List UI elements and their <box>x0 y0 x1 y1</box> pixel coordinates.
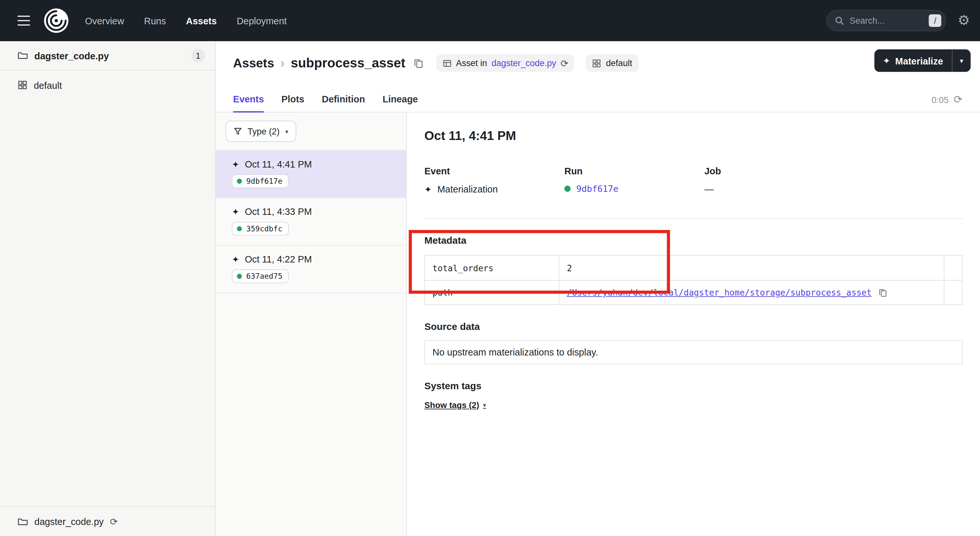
path-link[interactable]: /Users/yuhan/dev/local/dagster_home/stor… <box>567 288 872 297</box>
refresh-area: 0:05 ⟳ <box>932 94 963 105</box>
sidebar-footer-code-location[interactable]: dagster_code.py ⟳ <box>0 506 215 536</box>
materialize-dropdown-button[interactable]: ▾ <box>952 49 970 72</box>
search-input[interactable] <box>850 16 924 25</box>
top-nav: Overview Runs Assets Deployment / ⚙ <box>0 0 980 41</box>
materialize-button[interactable]: ✦ Materialize <box>874 49 952 72</box>
events-panel: Type (2) ▾ ✦ Oct 11, 4:41 PM 9dbf617e <box>215 113 407 536</box>
metadata-action-cell <box>944 256 962 280</box>
source-data-heading: Source data <box>424 321 962 332</box>
breadcrumb: Assets › subprocess_asset <box>215 52 980 74</box>
asset-in-code-location-link[interactable]: dagster_code.py <box>492 58 557 68</box>
copy-path-icon[interactable] <box>877 286 889 299</box>
metadata-value: /Users/yuhan/dev/local/dagster_home/stor… <box>559 280 944 304</box>
breadcrumb-assets[interactable]: Assets <box>233 56 274 70</box>
event-time: Oct 11, 4:22 PM <box>245 254 312 264</box>
job-label: Job <box>704 165 962 176</box>
materialization-icon: ✦ <box>232 207 239 216</box>
sidebar-footer-label: dagster_code.py <box>34 516 104 527</box>
sidebar-item-code-location[interactable]: dagster_code.py 1 <box>0 41 215 71</box>
run-id: 637aed75 <box>246 272 282 281</box>
page-title: subprocess_asset <box>291 56 405 71</box>
event-detail-panel: Oct 11, 4:41 PM Event ✦ Materialization … <box>407 113 980 536</box>
reload-code-location-icon[interactable]: ⟳ <box>110 517 118 526</box>
run-label: Run <box>564 165 704 176</box>
repo-tag-label: default <box>606 58 632 68</box>
repo-grid-icon <box>18 80 27 90</box>
tab-events[interactable]: Events <box>233 87 264 112</box>
event-item[interactable]: ✦ Oct 11, 4:22 PM 637aed75 <box>215 245 406 293</box>
metadata-key: path <box>425 280 559 304</box>
copy-asset-name-icon[interactable] <box>412 57 425 70</box>
nav-runs[interactable]: Runs <box>144 15 166 26</box>
primary-nav: Overview Runs Assets Deployment <box>85 15 287 26</box>
run-tag[interactable]: 9dbf617e <box>232 174 288 188</box>
run-id: 359cdbfc <box>246 224 282 233</box>
chevron-down-icon: ▾ <box>483 402 486 409</box>
divider <box>424 218 962 219</box>
reload-asset-icon[interactable]: ⟳ <box>561 58 568 68</box>
metadata-key: total_orders <box>425 256 559 280</box>
tab-definition[interactable]: Definition <box>322 87 365 112</box>
run-id-link[interactable]: 9dbf617e <box>576 184 618 194</box>
breadcrumb-separator-icon: › <box>280 56 285 70</box>
event-label: Event <box>424 165 564 176</box>
nav-overview[interactable]: Overview <box>85 15 124 26</box>
sidebar: dagster_code.py 1 default dagster_code.p… <box>0 41 215 536</box>
event-time: Oct 11, 4:33 PM <box>245 206 312 217</box>
system-tags-heading: System tags <box>424 380 962 392</box>
menu-icon[interactable] <box>14 12 34 30</box>
filter-area: Type (2) ▾ <box>215 113 406 150</box>
metadata-heading: Metadata <box>424 235 962 246</box>
dagster-logo[interactable] <box>44 8 69 33</box>
repo-chip[interactable]: default <box>586 54 638 72</box>
dagster-logo-icon <box>44 8 69 33</box>
asset-count-badge: 1 <box>191 49 205 62</box>
refresh-icon[interactable]: ⟳ <box>954 94 963 105</box>
metadata-value: 2 <box>559 256 944 280</box>
tab-plots[interactable]: Plots <box>281 87 304 112</box>
asset-in-label: Asset in <box>456 58 487 68</box>
table-icon <box>442 58 452 68</box>
folder-icon <box>18 51 28 60</box>
folder-icon <box>18 517 28 526</box>
source-data-empty-state: No upstream materializations to display. <box>424 340 962 364</box>
metadata-table: total_orders 2 path /Users/yuhan/dev/loc… <box>424 255 962 305</box>
sparkle-icon: ✦ <box>883 56 890 65</box>
sidebar-item-label: default <box>34 80 62 91</box>
search-shortcut-badge: / <box>929 14 942 27</box>
materialization-icon: ✦ <box>232 255 239 264</box>
asset-tabs: Events Plots Definition Lineage 0:05 ⟳ <box>215 87 980 113</box>
metadata-action-cell <box>944 280 962 304</box>
asset-header: Assets › subprocess_asset <box>215 41 980 113</box>
event-detail-heading: Oct 11, 4:41 PM <box>424 129 962 143</box>
run-id: 9dbf617e <box>246 177 282 186</box>
run-status-dot <box>237 274 242 279</box>
show-tags-link[interactable]: Show tags (2) ▾ <box>424 401 486 410</box>
nav-deployment[interactable]: Deployment <box>237 15 286 26</box>
event-item[interactable]: ✦ Oct 11, 4:33 PM 359cdbfc <box>215 197 406 245</box>
main: Assets › subprocess_asset <box>215 41 980 536</box>
run-status-dot <box>564 186 570 192</box>
search-box[interactable]: / <box>826 10 946 32</box>
run-status-dot <box>237 226 242 231</box>
run-tag[interactable]: 637aed75 <box>232 269 288 283</box>
event-item[interactable]: ✦ Oct 11, 4:41 PM 9dbf617e <box>215 150 406 198</box>
app: Overview Runs Assets Deployment / ⚙ <box>0 0 980 536</box>
type-filter-label: Type (2) <box>248 126 280 137</box>
chevron-down-icon: ▾ <box>285 128 288 135</box>
refresh-timer: 0:05 <box>932 95 949 105</box>
event-meta-columns: Event ✦ Materialization Run 9dbf617e <box>424 165 962 194</box>
sidebar-item-default-repo[interactable]: default <box>0 71 215 100</box>
tab-lineage[interactable]: Lineage <box>382 87 418 112</box>
content: Type (2) ▾ ✦ Oct 11, 4:41 PM 9dbf617e <box>215 113 980 536</box>
materialize-button-group: ✦ Materialize ▾ <box>874 49 970 72</box>
event-time: Oct 11, 4:41 PM <box>245 159 312 170</box>
run-tag[interactable]: 359cdbfc <box>232 222 288 235</box>
nav-assets[interactable]: Assets <box>186 15 217 26</box>
gear-icon[interactable]: ⚙ <box>958 14 970 27</box>
type-filter-button[interactable]: Type (2) ▾ <box>226 121 296 142</box>
materialization-icon: ✦ <box>232 160 239 169</box>
asset-in-chip[interactable]: Asset in dagster_code.py ⟳ <box>436 54 574 72</box>
sidebar-item-label: dagster_code.py <box>34 50 109 61</box>
materialization-icon: ✦ <box>424 185 432 194</box>
